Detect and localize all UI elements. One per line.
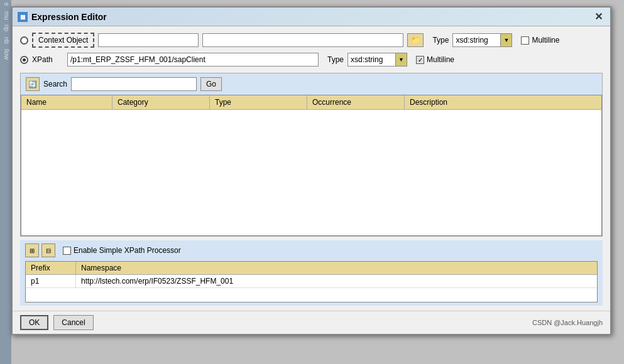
xpath-multiline-wrapper: ✓ Multiline [416,55,454,64]
sidebar-text2: mu [0,9,11,23]
toolbar-btn-1[interactable]: ⊞ [25,244,39,257]
search-area: 🔄 Search Go [21,73,602,95]
xpath-input[interactable] [67,53,319,67]
dialog-footer: OK Cancel CSDN @Jack.Huangjh [13,311,610,334]
namespace-header: Prefix Namespace [26,262,597,275]
search-input[interactable] [71,77,197,91]
sidebar-text5: llow [0,46,11,62]
context-object-button[interactable]: Context Object [32,33,94,48]
ns-prefix-0: p1 [26,275,76,287]
toolbar-btn-2[interactable]: ⊟ [41,244,55,257]
xpath-multiline-label: Multiline [427,55,454,64]
context-object-row: Context Object 📁 Type xsd:string ▼ Multi… [20,33,603,48]
sidebar-text: e [0,0,11,9]
refresh-button[interactable]: 🔄 [26,77,40,91]
context-multiline-label: Multiline [532,36,559,45]
xpath-type-dropdown-arrow[interactable]: ▼ [395,53,407,66]
ns-namespace-0: http://lstech.com/erp/IF0523/ZSSF_HFM_00… [76,275,597,287]
go-button[interactable]: Go [200,77,222,91]
context-type-select[interactable]: xsd:string ▼ [452,33,512,47]
xpath-type-select[interactable]: xsd:string ▼ [348,53,407,67]
enable-xpath-wrapper: Enable Simple XPath Processor [63,246,181,255]
xpath-multiline-checkbox[interactable]: ✓ [416,56,424,64]
context-type-label: Type [432,36,449,45]
context-multiline-wrapper: Multiline [521,36,559,45]
expression-editor-dialog: ▦ Expression Editor ✕ Context Object 📁 T… [11,6,611,335]
context-object-folder-button[interactable]: 📁 [407,33,424,47]
enable-xpath-label: Enable Simple XPath Processor [74,246,181,255]
xpath-radio[interactable] [20,56,28,64]
context-object-radio[interactable] [20,36,28,45]
dialog-icon: ▦ [18,12,28,22]
search-label: Search [43,80,67,88]
namespace-table: Prefix Namespace p1 http://lstech.com/er… [25,261,598,302]
csdn-label: CSDN @Jack.Huangjh [532,319,603,326]
results-table: Name Category Type Occurrence Descriptio… [21,95,602,236]
bottom-toolbar: ⊞ ⊟ Enable Simple XPath Processor [25,244,598,257]
dialog-body: Context Object 📁 Type xsd:string ▼ Multi… [13,26,610,311]
col-description: Description [405,95,601,109]
close-button[interactable]: ✕ [592,11,605,23]
col-type: Type [210,95,307,109]
context-type-dropdown-arrow[interactable]: ▼ [500,34,512,46]
bottom-panel: ⊞ ⊟ Enable Simple XPath Processor Prefix… [20,240,603,306]
xpath-label: XPath [32,55,63,64]
context-object-input1[interactable] [98,33,199,47]
ns-col-prefix: Prefix [26,262,76,274]
enable-xpath-checkbox[interactable] [63,247,71,255]
cancel-button[interactable]: Cancel [53,315,93,330]
namespace-row-0[interactable]: p1 http://lstech.com/erp/IF0523/ZSSF_HFM… [26,275,597,288]
ok-button[interactable]: OK [20,315,48,330]
table-header: Name Category Type Occurrence Descriptio… [21,95,601,110]
xpath-type-label: Type [327,55,344,64]
context-multiline-checkbox[interactable] [521,36,529,45]
title-bar-left: ▦ Expression Editor [18,12,107,22]
search-table-container: 🔄 Search Go Name Category Type Occurrenc… [20,73,603,237]
title-bar: ▦ Expression Editor ✕ [13,8,610,26]
col-name: Name [21,95,112,109]
sidebar-text3: rip [0,22,11,34]
xpath-type-value: xsd:string [348,55,395,64]
table-body [21,110,601,233]
xpath-row: XPath Type xsd:string ▼ ✓ Multiline [20,53,603,67]
ns-col-namespace: Namespace [76,262,597,274]
dialog-title: Expression Editor [31,12,107,22]
col-category: Category [112,95,210,109]
sidebar-text4: nb [0,35,11,46]
context-type-value: xsd:string [453,36,500,45]
left-sidebar: e mu rip nb llow [0,0,11,364]
context-object-input2[interactable] [202,33,403,47]
namespace-empty-row [26,288,597,302]
col-occurrence: Occurrence [307,95,405,109]
